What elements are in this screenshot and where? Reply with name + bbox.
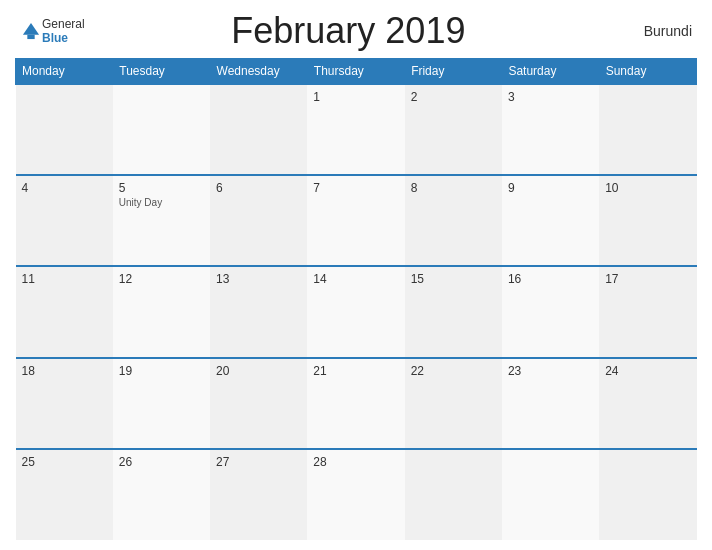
day-cell-w5-d4: 28 [307,449,404,540]
day-cell-w3-d1: 11 [16,266,113,357]
day-cell-w5-d7 [599,449,696,540]
day-cell-w4-d2: 19 [113,358,210,449]
svg-rect-1 [27,35,34,39]
day-number: 2 [411,90,496,104]
week-row-1: 123 [16,84,697,175]
day-cell-w3-d3: 13 [210,266,307,357]
header-saturday: Saturday [502,59,599,85]
day-cell-w2-d7: 10 [599,175,696,266]
day-number: 1 [313,90,398,104]
day-number: 19 [119,364,204,378]
days-header-row: Monday Tuesday Wednesday Thursday Friday… [16,59,697,85]
day-cell-w1-d2 [113,84,210,175]
header-sunday: Sunday [599,59,696,85]
day-number: 3 [508,90,593,104]
calendar-header: General Blue February 2019 Burundi [15,10,697,52]
day-cell-w2-d1: 4 [16,175,113,266]
day-number: 10 [605,181,690,195]
day-number: 21 [313,364,398,378]
day-cell-w1-d6: 3 [502,84,599,175]
day-number: 16 [508,272,593,286]
header-wednesday: Wednesday [210,59,307,85]
day-cell-w2-d2: 5Unity Day [113,175,210,266]
logo-text: General Blue [42,17,85,46]
day-number: 17 [605,272,690,286]
day-number: 4 [22,181,107,195]
country-label: Burundi [612,23,692,39]
day-cell-w1-d7 [599,84,696,175]
header-tuesday: Tuesday [113,59,210,85]
day-cell-w3-d6: 16 [502,266,599,357]
svg-marker-0 [23,23,39,35]
day-number: 7 [313,181,398,195]
day-number: 26 [119,455,204,469]
day-cell-w4-d5: 22 [405,358,502,449]
day-cell-w4-d1: 18 [16,358,113,449]
day-cell-w3-d7: 17 [599,266,696,357]
day-cell-w4-d3: 20 [210,358,307,449]
day-cell-w2-d5: 8 [405,175,502,266]
day-number: 24 [605,364,690,378]
day-cell-w3-d4: 14 [307,266,404,357]
header-thursday: Thursday [307,59,404,85]
day-cell-w1-d4: 1 [307,84,404,175]
day-number: 25 [22,455,107,469]
day-cell-w4-d7: 24 [599,358,696,449]
day-number: 11 [22,272,107,286]
day-cell-w5-d2: 26 [113,449,210,540]
day-number: 9 [508,181,593,195]
month-title: February 2019 [85,10,612,52]
day-number: 12 [119,272,204,286]
day-cell-w3-d5: 15 [405,266,502,357]
day-cell-w4-d6: 23 [502,358,599,449]
header-friday: Friday [405,59,502,85]
logo-general-text: General [42,17,85,31]
day-number: 8 [411,181,496,195]
holiday-name: Unity Day [119,197,204,208]
logo: General Blue [20,17,85,46]
day-cell-w4-d4: 21 [307,358,404,449]
logo-blue-text: Blue [42,31,85,45]
week-row-3: 11121314151617 [16,266,697,357]
week-row-5: 25262728 [16,449,697,540]
day-number: 28 [313,455,398,469]
day-number: 20 [216,364,301,378]
day-number: 18 [22,364,107,378]
day-number: 27 [216,455,301,469]
day-cell-w5-d3: 27 [210,449,307,540]
day-cell-w5-d5 [405,449,502,540]
day-cell-w2-d3: 6 [210,175,307,266]
day-number: 22 [411,364,496,378]
day-cell-w1-d3 [210,84,307,175]
day-number: 13 [216,272,301,286]
day-cell-w1-d5: 2 [405,84,502,175]
week-row-4: 18192021222324 [16,358,697,449]
logo-icon [20,20,42,42]
day-cell-w5-d1: 25 [16,449,113,540]
calendar-container: General Blue February 2019 Burundi Monda… [0,0,712,550]
day-number: 6 [216,181,301,195]
day-cell-w3-d2: 12 [113,266,210,357]
day-cell-w1-d1 [16,84,113,175]
day-cell-w2-d4: 7 [307,175,404,266]
calendar-table: Monday Tuesday Wednesday Thursday Friday… [15,58,697,540]
week-row-2: 45Unity Day678910 [16,175,697,266]
day-number: 23 [508,364,593,378]
day-number: 15 [411,272,496,286]
day-cell-w5-d6 [502,449,599,540]
day-cell-w2-d6: 9 [502,175,599,266]
header-monday: Monday [16,59,113,85]
day-number: 14 [313,272,398,286]
day-number: 5 [119,181,204,195]
